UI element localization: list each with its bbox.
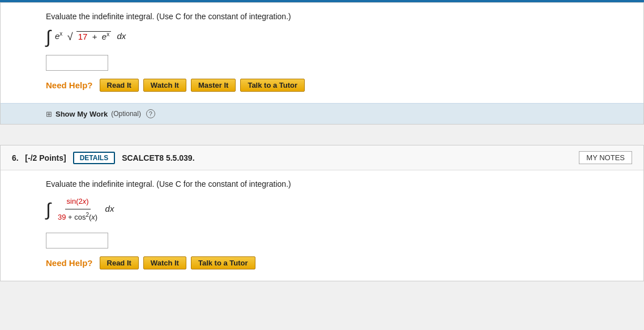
problem-6-number: 6. [-/2 Points] bbox=[12, 153, 66, 162]
problem-6-instruction: Evaluate the indefinite integral. (Use C… bbox=[46, 179, 632, 188]
problem-6-content: Evaluate the indefinite integral. (Use C… bbox=[1, 170, 643, 281]
need-help-row-5: Need Help? Read It Watch It Master It Ta… bbox=[46, 79, 632, 92]
need-help-row-6: Need Help? Read It Watch It Talk to a Tu… bbox=[46, 256, 632, 269]
frac-numerator-6: sin(2x) bbox=[65, 194, 91, 209]
integral-sign-5: ∫ bbox=[46, 27, 51, 47]
math-expr-5: ex √ 17 + ex dx bbox=[55, 31, 126, 41]
integral-sign-6: ∫ bbox=[46, 199, 51, 220]
problem-5-instruction: Evaluate the indefinite integral. (Use C… bbox=[46, 12, 632, 21]
problem-5-content: Evaluate the indefinite integral. (Use C… bbox=[1, 3, 643, 103]
show-work-bar-5: ⊞ Show My Work (Optional) ? bbox=[1, 103, 643, 124]
read-it-btn-6[interactable]: Read It bbox=[100, 256, 139, 269]
problem-6-header: 6. [-/2 Points] DETAILS SCALCET8 5.5.039… bbox=[1, 145, 643, 170]
need-help-label-6: Need Help? bbox=[46, 258, 93, 268]
sqrt-container-5: 17 + ex bbox=[75, 28, 112, 45]
my-notes-btn-6[interactable]: MY NOTES bbox=[579, 151, 632, 164]
tutor-btn-5[interactable]: Talk to a Tutor bbox=[240, 79, 305, 92]
show-work-optional-5: (Optional) bbox=[111, 110, 141, 118]
read-it-btn-5[interactable]: Read It bbox=[100, 79, 139, 92]
help-icon-5[interactable]: ? bbox=[146, 109, 155, 118]
problem-6-math: ∫ sin(2x) 39 + cos2(x) dx bbox=[46, 194, 632, 225]
expand-icon-5[interactable]: ⊞ bbox=[46, 110, 52, 118]
problem-5-math: ∫ ex √ 17 + ex dx bbox=[46, 27, 632, 47]
show-work-label-5: Show My Work bbox=[56, 110, 108, 118]
problem-5-block: Evaluate the indefinite integral. (Use C… bbox=[0, 2, 644, 125]
watch-it-btn-6[interactable]: Watch It bbox=[143, 256, 186, 269]
sqrt-content-17: 17 bbox=[78, 32, 88, 41]
math-expr-6: sin(2x) 39 + cos2(x) dx bbox=[55, 204, 114, 213]
answer-input-5[interactable] bbox=[46, 55, 108, 71]
page-container: Evaluate the indefinite integral. (Use C… bbox=[0, 0, 644, 330]
problem-6-block: 6. [-/2 Points] DETAILS SCALCET8 5.5.039… bbox=[0, 145, 644, 281]
frac-denominator-6: 39 + cos2(x) bbox=[56, 209, 99, 225]
tutor-btn-6[interactable]: Talk to a Tutor bbox=[191, 256, 255, 269]
fraction-6: sin(2x) 39 + cos2(x) bbox=[56, 194, 99, 225]
details-btn-6[interactable]: DETAILS bbox=[73, 152, 115, 164]
answer-input-6[interactable] bbox=[46, 233, 108, 248]
master-it-btn-5[interactable]: Master It bbox=[191, 79, 236, 92]
problem-6-ref: SCALCET8 5.5.039. bbox=[122, 153, 194, 162]
spacer bbox=[0, 135, 644, 145]
watch-it-btn-5[interactable]: Watch It bbox=[143, 79, 186, 92]
sqrt-bar-5: 17 + ex bbox=[76, 31, 111, 41]
need-help-label-5: Need Help? bbox=[46, 80, 93, 90]
sqrt-symbol-5: √ bbox=[67, 31, 73, 42]
